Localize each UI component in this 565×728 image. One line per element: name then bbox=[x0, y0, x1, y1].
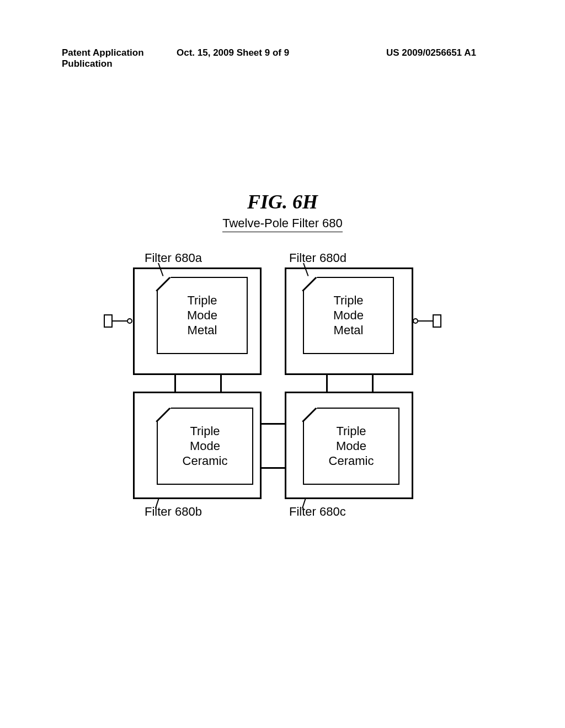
block-text-line: Mode bbox=[158, 308, 247, 323]
port-left bbox=[104, 314, 132, 328]
block-text-line: Ceramic bbox=[304, 453, 398, 468]
block-text-line: Metal bbox=[304, 323, 393, 338]
block-text-line: Triple bbox=[304, 424, 398, 439]
filter-block-b-outer: Triple Mode Ceramic bbox=[133, 392, 262, 499]
filter-block-c-outer: Triple Mode Ceramic bbox=[285, 392, 413, 499]
block-text-line: Triple bbox=[304, 293, 393, 308]
port-line-icon bbox=[113, 320, 127, 322]
patent-header: Patent Application Publication Oct. 15, … bbox=[0, 47, 565, 69]
connector-v bbox=[372, 375, 374, 392]
filter-block-b-text: Triple Mode Ceramic bbox=[158, 424, 252, 468]
block-text-line: Triple bbox=[158, 424, 252, 439]
label-filter-b: Filter 680b bbox=[145, 505, 202, 519]
connector-v bbox=[174, 375, 176, 392]
label-filter-d: Filter 680d bbox=[289, 251, 347, 265]
header-middle: Oct. 15, 2009 Sheet 9 of 9 bbox=[177, 47, 386, 69]
connector-v bbox=[326, 375, 328, 392]
header-right: US 2009/0256651 A1 bbox=[386, 47, 565, 69]
block-text-line: Triple bbox=[158, 293, 247, 308]
filter-block-d-inner: Triple Mode Metal bbox=[303, 277, 394, 354]
port-stub-icon bbox=[433, 314, 441, 328]
port-right bbox=[413, 314, 441, 328]
port-dot-icon bbox=[127, 318, 132, 324]
connector-v bbox=[220, 375, 222, 392]
block-text-line: Mode bbox=[304, 439, 398, 454]
block-text-line: Mode bbox=[304, 308, 393, 323]
connector-h bbox=[262, 423, 285, 425]
filter-block-b-inner: Triple Mode Ceramic bbox=[157, 408, 253, 485]
block-text-line: Metal bbox=[158, 323, 247, 338]
port-stub-icon bbox=[104, 314, 113, 328]
filter-block-d-text: Triple Mode Metal bbox=[304, 293, 393, 338]
filter-block-a-inner: Triple Mode Metal bbox=[157, 277, 248, 354]
port-line-icon bbox=[418, 320, 433, 322]
connector-h bbox=[262, 467, 285, 469]
figure-subtitle: Twelve-Pole Filter 680 bbox=[222, 216, 343, 232]
block-text-line: Ceramic bbox=[158, 453, 252, 468]
figure-subtitle-wrap: Twelve-Pole Filter 680 bbox=[0, 216, 565, 232]
label-filter-a: Filter 680a bbox=[145, 251, 202, 265]
filter-block-c-text: Triple Mode Ceramic bbox=[304, 424, 398, 468]
header-left: Patent Application Publication bbox=[0, 47, 177, 69]
filter-block-a-outer: Triple Mode Metal bbox=[133, 267, 262, 375]
filter-block-a-text: Triple Mode Metal bbox=[158, 293, 247, 338]
port-dot-icon bbox=[413, 318, 418, 324]
figure-title: FIG. 6H bbox=[0, 190, 565, 213]
filter-block-c-inner: Triple Mode Ceramic bbox=[303, 408, 399, 485]
block-text-line: Mode bbox=[158, 439, 252, 454]
filter-block-d-outer: Triple Mode Metal bbox=[285, 267, 413, 375]
label-filter-c: Filter 680c bbox=[289, 505, 346, 519]
